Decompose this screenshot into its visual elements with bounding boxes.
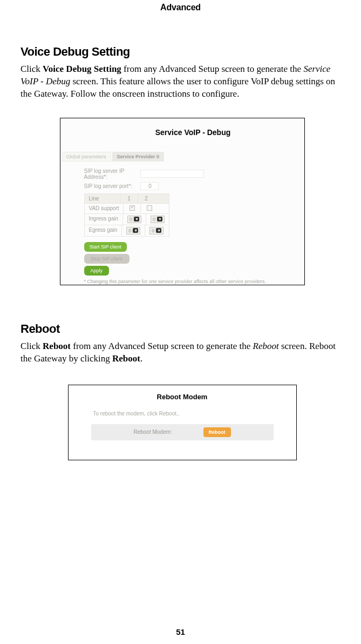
grid-row-egress: Egress gain [85,225,122,236]
select-egress-2[interactable]: 0▼ [149,227,164,234]
reboot-button[interactable]: Reboot [203,427,231,437]
heading-reboot: Reboot [21,322,344,336]
text: Click [21,64,43,74]
select-egress-1[interactable]: 0▼ [126,227,140,234]
cell-ingress-1: 0▼ [122,214,146,225]
reboot-panel-sub: To reboot the modem, click Reboot.. [93,411,296,417]
label-sip-log-ip: SIP log server IP Address*: [84,168,140,180]
select-ingress-1[interactable]: 0▼ [127,216,141,223]
reboot-bar: Reboot Modem: Reboot [91,424,274,440]
grid-header-1: 1 [120,194,138,203]
chevron-down-icon: ▼ [133,228,138,233]
start-sip-client-button[interactable]: Start SIP client [84,242,127,252]
button-name-reboot: Reboot [112,353,140,364]
voip-panel-title: Service VoIP - Debug [60,118,304,152]
voip-tabs: Global parameters Service Provider 0 [62,152,304,162]
screen-name-reboot: Reboot [253,341,279,351]
apply-button[interactable]: Apply [84,266,110,276]
chapter-title: Advanced [0,0,361,12]
grid-row-ingress: Ingress gain [85,214,122,225]
value: 0 [130,217,132,222]
stop-sip-client-button[interactable]: Stop SIP client [84,254,130,264]
input-sip-log-port[interactable]: 0 [140,182,159,190]
grid-header-2: 2 [138,194,155,203]
text: from any Advanced Setup screen to genera… [121,64,304,74]
figure-voip-debug: Service VoIP - Debug Global parameters S… [60,118,305,285]
voip-footnote: * Changing this parameter for one servic… [84,279,304,284]
value: 0 [152,228,154,233]
chevron-down-icon: ▼ [157,217,162,222]
voip-line-grid: Line 1 2 VAD support Ingress gain 0▼ 0▼ … [84,193,170,237]
chevron-down-icon: ▼ [134,217,139,222]
chevron-down-icon: ▼ [156,228,161,233]
tab-global-parameters[interactable]: Global parameters [62,152,111,162]
cell-ingress-2: 0▼ [146,214,169,225]
grid-header-line: Line [85,194,120,203]
text: from any Advanced Setup screen to genera… [71,341,253,351]
cell-egress-1: 0▼ [121,225,145,236]
para-reboot: Click Reboot from any Advanced Setup scr… [21,340,344,365]
figure-reboot-modem: Reboot Modem To reboot the modem, click … [68,385,297,460]
page-content: Voice Debug Setting Click Voice Debug Se… [0,12,361,460]
value: 0 [153,217,155,222]
cell-egress-2: 0▼ [145,225,168,236]
cell-vad-2 [140,204,158,213]
input-sip-log-ip[interactable] [140,170,204,178]
reboot-bar-label: Reboot Modem: [133,429,172,435]
voip-form: SIP log server IP Address*: SIP log serv… [60,162,304,237]
grid-row-vad: VAD support [85,204,124,213]
para-voice-debug: Click Voice Debug Setting from any Advan… [21,63,344,100]
checkbox-vad-2[interactable] [147,205,152,211]
reboot-panel-title: Reboot Modem [69,385,296,401]
tab-service-provider-0[interactable]: Service Provider 0 [112,152,165,162]
link-reboot[interactable]: Reboot [43,341,71,351]
voip-buttons: Start SIP client Stop SIP client Apply [84,242,304,276]
checkbox-vad-1[interactable] [130,205,135,211]
label-sip-log-port: SIP log server port*: [84,183,140,189]
value: 0 [128,228,131,233]
cell-vad-1 [123,204,140,213]
text: Click [21,341,43,351]
link-voice-debug-setting[interactable]: Voice Debug Setting [43,64,121,74]
heading-voice-debug: Voice Debug Setting [21,45,344,59]
select-ingress-2[interactable]: 0▼ [151,216,165,223]
page-number: 51 [0,627,361,636]
text: . [140,353,142,364]
